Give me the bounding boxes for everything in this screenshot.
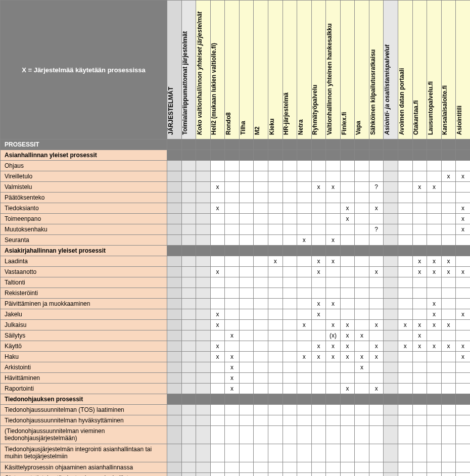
table-cell: x xyxy=(210,267,225,277)
table-cell xyxy=(441,224,456,235)
table-cell xyxy=(210,415,225,426)
table-cell: x xyxy=(412,320,427,330)
table-cell xyxy=(441,150,456,161)
table-cell xyxy=(196,288,211,299)
table-cell xyxy=(340,426,355,444)
table-cell xyxy=(384,224,398,235)
table-cell xyxy=(181,415,196,426)
table-cell xyxy=(268,394,283,405)
table-cell xyxy=(369,256,384,267)
table-cell xyxy=(427,246,442,256)
table-cell xyxy=(283,150,297,161)
table-cell xyxy=(239,426,254,444)
table-cell xyxy=(268,373,283,384)
table-cell xyxy=(355,277,369,288)
table-cell xyxy=(297,405,312,415)
table-cell xyxy=(167,352,182,362)
table-cell xyxy=(355,161,369,171)
table-cell: x xyxy=(326,182,341,193)
table-row: Käsittelyprosessin ohjaaminen asianhalli… xyxy=(1,462,471,472)
table-cell xyxy=(355,426,369,444)
table-cell xyxy=(254,462,268,472)
table-row: Vireilletuloxx xyxy=(1,171,471,182)
table-cell xyxy=(384,462,398,472)
table-cell xyxy=(181,256,196,267)
table-cell xyxy=(254,214,268,224)
table-cell xyxy=(384,299,398,309)
row-label: Julkaisu xyxy=(1,320,167,330)
table-cell xyxy=(225,235,240,246)
table-cell xyxy=(167,309,182,320)
table-cell xyxy=(283,235,297,246)
row-label: Asiakirjahallinnan yleiset prosessit xyxy=(1,246,167,256)
table-cell xyxy=(412,224,427,235)
table-cell xyxy=(167,472,182,476)
table-cell xyxy=(456,150,470,161)
table-cell xyxy=(167,415,182,426)
table-cell xyxy=(427,235,442,246)
table-cell xyxy=(384,235,398,246)
row-label: Ohjaus xyxy=(1,161,167,171)
table-cell xyxy=(355,415,369,426)
table-cell xyxy=(268,444,283,462)
table-cell xyxy=(456,139,470,150)
table-cell xyxy=(326,462,341,472)
table-cell xyxy=(326,405,341,415)
table-cell xyxy=(398,182,413,193)
table-cell xyxy=(268,288,283,299)
table-cell: x xyxy=(355,352,369,362)
table-cell xyxy=(311,320,326,330)
table-cell xyxy=(384,394,398,405)
table-cell: x xyxy=(311,299,326,309)
col-header: Vapa xyxy=(355,1,369,139)
table-cell xyxy=(254,150,268,161)
table-cell xyxy=(297,193,312,203)
table-cell xyxy=(181,426,196,444)
table-cell: x xyxy=(456,309,470,320)
table-cell xyxy=(441,182,456,193)
table-cell xyxy=(355,444,369,462)
table-cell xyxy=(167,235,182,246)
col-header: Tilha xyxy=(239,1,254,139)
table-cell xyxy=(196,277,211,288)
row-label: Taltionti xyxy=(1,277,167,288)
col-header: Otakantaa.fi xyxy=(412,1,427,139)
table-cell xyxy=(254,405,268,415)
table-cell xyxy=(355,472,369,476)
table-cell: x xyxy=(369,352,384,362)
col-header-label: Asiointitili xyxy=(456,106,463,135)
table-cell: x xyxy=(297,352,312,362)
table-cell xyxy=(355,267,369,277)
table-cell xyxy=(254,472,268,476)
table-cell xyxy=(398,415,413,426)
table-cell xyxy=(297,299,312,309)
table-row: Ohjaus xyxy=(1,161,471,171)
table-cell xyxy=(412,203,427,214)
row-label: Hävittäminen xyxy=(1,373,167,384)
table-cell xyxy=(254,277,268,288)
table-cell xyxy=(254,235,268,246)
table-cell xyxy=(225,415,240,426)
table-row: (Tiedonohjaussuunnitelman vieminen tiedo… xyxy=(1,426,471,444)
row-label: Päätöksenteko xyxy=(1,193,167,203)
table-cell xyxy=(355,150,369,161)
table-cell: x xyxy=(326,256,341,267)
table-cell xyxy=(384,352,398,362)
row-label: Arkistointi xyxy=(1,362,167,373)
table-cell xyxy=(239,214,254,224)
table-cell xyxy=(167,330,182,341)
table-cell xyxy=(427,161,442,171)
table-cell xyxy=(412,150,427,161)
table-cell: x xyxy=(210,320,225,330)
table-cell xyxy=(283,267,297,277)
table-cell xyxy=(254,193,268,203)
table-row: Oletusmetatietojen täydentyminen asianha… xyxy=(1,472,471,476)
table-cell xyxy=(181,139,196,150)
table-cell xyxy=(254,373,268,384)
table-row: Raportointixxx xyxy=(1,384,471,394)
table-cell xyxy=(239,246,254,256)
table-cell xyxy=(398,267,413,277)
table-cell xyxy=(340,415,355,426)
table-cell xyxy=(268,341,283,352)
table-cell xyxy=(311,426,326,444)
